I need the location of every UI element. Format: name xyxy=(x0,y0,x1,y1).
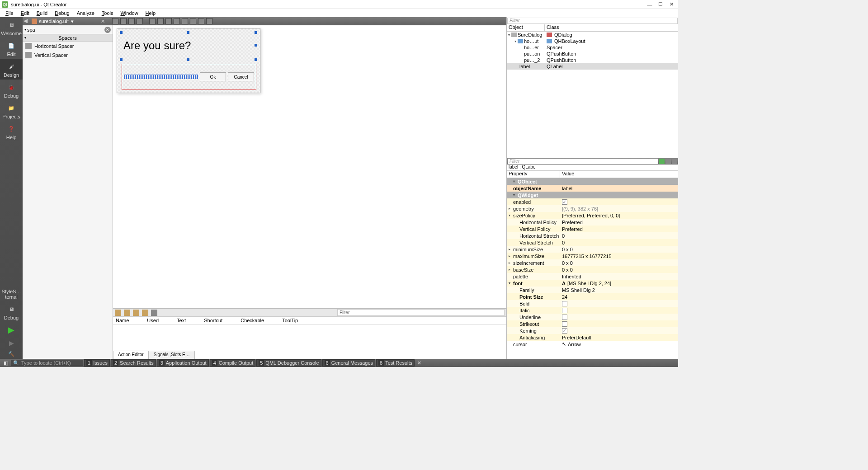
break-layout-icon[interactable] xyxy=(198,18,204,24)
prop-font[interactable]: ▾fontA[MS Shell Dlg 2, 24] xyxy=(507,280,678,287)
edit-signals-icon[interactable] xyxy=(120,18,127,24)
widgetbox-search-input[interactable] xyxy=(27,27,104,33)
status-tab-compile[interactable]: 4Compile Output xyxy=(210,359,256,367)
design-canvas[interactable]: Are you sure? Ok Cancel xyxy=(113,25,506,308)
status-tab-appout[interactable]: 3Application Output xyxy=(157,359,209,367)
prop-sizepolicy[interactable]: ▾sizePolicy[Preferred, Preferred, 0, 0] xyxy=(507,212,678,219)
prop-objectname[interactable]: objectNamelabel xyxy=(507,185,678,192)
kit-selector[interactable]: StyleS…ternal xyxy=(0,286,23,301)
minimize-button[interactable]: — xyxy=(645,0,655,9)
menu-help[interactable]: Help xyxy=(142,9,160,17)
tree-row-hlayout[interactable]: ▾ho…ut QHBoxLayout xyxy=(507,38,678,44)
prop-vpolicy[interactable]: Vertical PolicyPreferred xyxy=(507,226,678,232)
italic-checkbox[interactable] xyxy=(562,308,567,313)
horizontal-spacer-widget[interactable] xyxy=(124,75,198,79)
tree-row-pushbutton-2[interactable]: pu…_2 QPushButton xyxy=(507,57,678,63)
prop-cursor[interactable]: cursor↖Arrow xyxy=(507,341,678,348)
locator-input[interactable]: 🔍 Type to locate (Ctrl+K) xyxy=(11,360,83,366)
widgetbox-category[interactable]: ▾ Spacers xyxy=(23,34,113,42)
cancel-button[interactable]: Cancel xyxy=(228,72,254,81)
property-filter-input[interactable]: Filter xyxy=(508,159,658,164)
menu-analyze[interactable]: Analyze xyxy=(73,9,98,17)
prop-maximumsize[interactable]: ▸maximumSize16777215 x 16777215 xyxy=(507,253,678,259)
strikeout-checkbox[interactable] xyxy=(562,321,567,327)
maximize-button[interactable]: ☐ xyxy=(656,0,665,9)
col-checkable[interactable]: Checkable xyxy=(241,317,264,324)
prop-kerning[interactable]: Kerning✓ xyxy=(507,327,678,334)
col-value[interactable]: Value xyxy=(560,171,678,178)
prop-bold[interactable]: Bold xyxy=(507,300,678,307)
section-qobject[interactable]: ▾QObject xyxy=(507,178,678,185)
prop-palette[interactable]: paletteInherited xyxy=(507,273,678,280)
prop-geometry[interactable]: ▸geometry[(9, 9), 382 x 76] xyxy=(507,205,678,212)
prop-hstretch[interactable]: Horizontal Stretch0 xyxy=(507,232,678,239)
mode-design[interactable]: 🖌Design xyxy=(0,59,23,80)
prop-underline[interactable]: Underline xyxy=(507,314,678,320)
prop-basesize[interactable]: ▸baseSize0 x 0 xyxy=(507,266,678,273)
dropdown-icon[interactable]: ▾ xyxy=(71,19,74,24)
layout-h-icon[interactable] xyxy=(149,18,156,24)
tree-row-label[interactable]: label QLabel xyxy=(507,63,678,70)
delete-action-icon[interactable] xyxy=(142,310,148,316)
new-action-icon[interactable] xyxy=(115,310,121,316)
tab-action-editor[interactable]: Action Editor xyxy=(113,351,149,359)
underline-checkbox[interactable] xyxy=(562,315,567,320)
build-button[interactable]: 🔨 xyxy=(0,348,23,359)
menu-tools[interactable]: Tools xyxy=(98,9,117,17)
menu-build[interactable]: Build xyxy=(33,9,51,17)
edit-tab-order-icon[interactable] xyxy=(137,18,143,24)
form-suredialog[interactable]: Are you sure? Ok Cancel xyxy=(117,28,260,93)
prop-strikeout[interactable]: Strikeout xyxy=(507,320,678,327)
col-name[interactable]: Name xyxy=(116,317,129,324)
object-filter-input[interactable]: Filter xyxy=(507,18,678,24)
label-widget[interactable]: Are you sure? xyxy=(122,33,256,58)
col-text[interactable]: Text xyxy=(177,317,186,324)
col-tooltip[interactable]: ToolTip xyxy=(282,317,298,324)
config-property-icon[interactable] xyxy=(672,159,677,164)
status-tab-general[interactable]: 6General Messages xyxy=(322,359,375,367)
prop-italic[interactable]: Italic xyxy=(507,307,678,314)
prop-sizeincrement[interactable]: ▸sizeIncrement0 x 0 xyxy=(507,259,678,266)
chevron-down-icon[interactable]: ▾ xyxy=(24,28,26,32)
mode-help[interactable]: ❓Help xyxy=(0,121,23,142)
col-object[interactable]: Object xyxy=(507,24,545,31)
action-filter-input[interactable] xyxy=(337,309,505,316)
menu-debug[interactable]: Debug xyxy=(51,9,73,17)
layout-grid-icon[interactable] xyxy=(182,18,188,24)
status-close-icon[interactable]: ✕ xyxy=(415,360,423,366)
status-tab-issues[interactable]: 1Issues xyxy=(84,359,110,367)
ok-button[interactable]: Ok xyxy=(200,72,226,81)
tab-signals-slots[interactable]: Signals ,Slots E… xyxy=(149,351,195,359)
menu-file[interactable]: File xyxy=(2,9,17,17)
add-property-icon[interactable] xyxy=(659,159,665,164)
tree-row-suredialog[interactable]: ▾SureDialog QDialog xyxy=(507,32,678,38)
status-tab-test[interactable]: 8Test Results xyxy=(376,359,415,367)
doc-back-button[interactable]: ⯇ xyxy=(23,19,29,24)
tree-row-spacer[interactable]: ho…er Spacer xyxy=(507,44,678,51)
close-button[interactable]: ✕ xyxy=(666,0,676,9)
document-tab[interactable]: suredialog.ui* ▾ ✕ xyxy=(29,17,108,25)
col-class[interactable]: Class xyxy=(545,24,678,31)
mode-welcome[interactable]: 🖥Welcome xyxy=(0,17,23,38)
widget-vertical-spacer[interactable]: Vertical Spacer xyxy=(23,51,113,60)
col-property[interactable]: Property xyxy=(507,171,560,178)
run-button[interactable]: ▶ xyxy=(0,322,23,337)
property-list[interactable]: ▾QObject objectNamelabel ▾QWidget enable… xyxy=(507,178,678,359)
col-used[interactable]: Used xyxy=(147,317,159,324)
enabled-checkbox[interactable]: ✓ xyxy=(562,199,567,205)
paste-action-icon[interactable] xyxy=(133,310,139,316)
status-tab-qml[interactable]: 5QML Debugger Console xyxy=(256,359,321,367)
close-doc-icon[interactable]: ✕ xyxy=(101,19,105,24)
object-tree[interactable]: ▾SureDialog QDialog ▾ho…ut QHBoxLayout h… xyxy=(507,32,678,158)
status-tab-search[interactable]: 2Search Results xyxy=(111,359,156,367)
config-action-icon[interactable] xyxy=(151,310,157,316)
remove-property-icon[interactable] xyxy=(665,159,671,164)
adjust-size-icon[interactable] xyxy=(206,18,212,24)
tree-row-pushbutton-1[interactable]: pu…on QPushButton xyxy=(507,51,678,57)
prop-family[interactable]: FamilyMS Shell Dlg 2 xyxy=(507,287,678,293)
prop-antialiasing[interactable]: AntialiasingPreferDefault xyxy=(507,334,678,341)
edit-widgets-icon[interactable] xyxy=(112,18,118,24)
hbox-layout[interactable]: Ok Cancel xyxy=(122,64,256,90)
bold-checkbox[interactable] xyxy=(562,301,567,306)
layout-v-icon[interactable] xyxy=(157,18,164,24)
